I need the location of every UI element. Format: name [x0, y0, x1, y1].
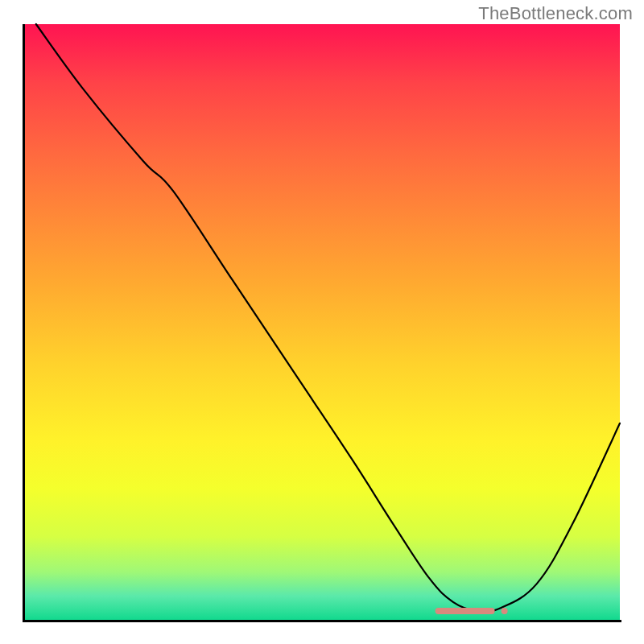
- bottleneck-curve-path: [36, 24, 620, 612]
- optimal-region-dot: [502, 608, 508, 614]
- y-axis: [23, 24, 25, 621]
- x-axis: [23, 620, 621, 622]
- optimal-region-bar: [436, 608, 495, 614]
- bottleneck-curve-svg: [24, 24, 620, 620]
- watermark-text: TheBottleneck.com: [478, 3, 633, 24]
- chart-plot-area: [24, 24, 620, 620]
